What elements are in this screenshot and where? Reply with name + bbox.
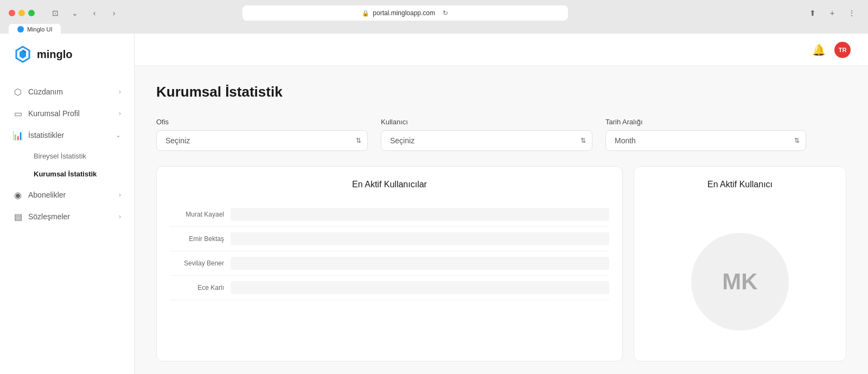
reload-icon[interactable]: ↻ [443, 9, 448, 17]
chevron-right-icon: › [119, 88, 121, 96]
close-button[interactable] [9, 10, 15, 16]
bar-track-3 [231, 257, 609, 270]
minimize-button[interactable] [18, 10, 25, 16]
sidebar-item-cuzdanim-label: Cüzdanım [28, 87, 63, 96]
table-row: Murat Kayael [170, 202, 609, 227]
bar-chart: Murat Kayael Emir Bektaş [170, 202, 609, 300]
tarih-select[interactable]: Month Week Year [605, 130, 806, 151]
sidebar-item-abonelikler-label: Abonelikler [28, 191, 66, 199]
sidebar-item-cuzdanim[interactable]: ⬡ Cüzdanım › [4, 81, 130, 102]
bar-label-3: Sevilay Bener [170, 259, 224, 267]
chevron-down-icon[interactable]: ⌄ [67, 7, 82, 19]
page-body: Kurumsal İstatistik Ofis Seçiniz ⇅ Kulla… [135, 66, 868, 374]
subscription-icon: ◉ [13, 190, 23, 200]
browser-nav: ⊡ ⌄ ‹ › [48, 7, 122, 19]
sidebar-item-kurumsal-label: Kurumsal Profil [28, 109, 80, 118]
kullanici-select[interactable]: Seçiniz [381, 130, 592, 151]
chevron-right-icon: › [119, 191, 121, 199]
fullscreen-button[interactable] [28, 10, 35, 16]
active-user-card: En Aktif Kullanıcı MK [634, 166, 846, 362]
traffic-lights [9, 10, 35, 16]
new-tab-icon[interactable]: + [825, 7, 840, 19]
sidebar-child-kurumsal[interactable]: Kurumsal İstatistik [27, 166, 125, 182]
sidebar-children-istatistikler: Bireysel İstatistik Kurumsal İstatistik [4, 147, 130, 183]
filter-row: Ofis Seçiniz ⇅ Kullanıcı Seçiniz [156, 118, 846, 151]
bar-label-2: Emir Bektaş [170, 235, 224, 243]
chevron-down-icon: ⌄ [116, 131, 121, 139]
tab-favicon [17, 26, 24, 33]
ofis-select[interactable]: Seçiniz [156, 130, 368, 151]
browser-tab-bar: Minglo UI [0, 24, 868, 35]
active-user-avatar: MK [691, 233, 789, 331]
header-bar: 🔔 TR [135, 34, 868, 66]
sidebar-item-sozlesmeler[interactable]: ▤ Sözleşmeler › [4, 206, 130, 227]
charts-row: En Aktif Kullanıcılar Murat Kayael Emir … [156, 166, 846, 362]
bar-label-4: Ece Karlı [170, 284, 224, 291]
address-bar[interactable]: 🔒 portal.mingloapp.com ↻ [242, 5, 568, 21]
bar-chart-title: En Aktif Kullanıcılar [170, 180, 609, 189]
sidebar-child-bireysel[interactable]: Bireysel İstatistik [27, 148, 125, 164]
sidebar-item-istatistikler-label: İstatistikler [28, 131, 64, 140]
active-user-content: MK [647, 202, 833, 331]
tarih-select-wrapper: Month Week Year ⇅ [605, 130, 806, 151]
ofis-label: Ofis [156, 118, 368, 126]
table-row: Ece Karlı [170, 276, 609, 300]
sidebar-item-abonelikler[interactable]: ◉ Abonelikler › [4, 185, 130, 205]
kullanici-label: Kullanıcı [381, 118, 592, 126]
kullanici-select-wrapper: Seçiniz ⇅ [381, 130, 592, 151]
wallet-icon: ⬡ [13, 87, 23, 97]
kullanici-filter-group: Kullanıcı Seçiniz ⇅ [381, 118, 592, 151]
bar-track-2 [231, 232, 609, 245]
sidebar-icon[interactable]: ⋮ [844, 7, 859, 19]
logo-text: minglo [37, 48, 73, 61]
share-icon[interactable]: ⬆ [805, 7, 820, 19]
bar-track-4 [231, 281, 609, 294]
sidebar-logo: minglo [0, 45, 134, 81]
app-layout: minglo ⬡ Cüzdanım › ▭ Kurumsal Profil › … [0, 34, 868, 374]
ofis-filter-group: Ofis Seçiniz ⇅ [156, 118, 368, 151]
sidebar-item-kurumsal-profil[interactable]: ▭ Kurumsal Profil › [4, 103, 130, 124]
active-user-title: En Aktif Kullanıcı [647, 180, 833, 189]
browser-chrome: ⊡ ⌄ ‹ › 🔒 portal.mingloapp.com ↻ ⬆ + ⋮ M… [0, 0, 868, 34]
avatar-initials: TR [839, 47, 847, 53]
sidebar-nav: ⬡ Cüzdanım › ▭ Kurumsal Profil › 📊 İstat… [0, 81, 134, 227]
kurumsal-label: Kurumsal İstatistik [34, 170, 97, 178]
ofis-select-wrapper: Seçiniz ⇅ [156, 130, 368, 151]
url-text: portal.mingloapp.com [373, 9, 435, 17]
notification-bell-icon[interactable]: 🔔 [812, 43, 826, 56]
sidebar: minglo ⬡ Cüzdanım › ▭ Kurumsal Profil › … [0, 34, 135, 374]
bar-chart-card: En Aktif Kullanıcılar Murat Kayael Emir … [156, 166, 623, 362]
window-layout-icon[interactable]: ⊡ [48, 7, 63, 19]
minglo-logo-icon [13, 45, 33, 64]
sidebar-item-sozlesmeler-label: Sözleşmeler [28, 212, 70, 221]
tarih-label: Tarih Aralığı [605, 118, 806, 126]
forward-icon[interactable]: › [106, 7, 122, 19]
chart-icon: 📊 [13, 130, 23, 140]
browser-toolbar-right: ⬆ + ⋮ [805, 7, 859, 19]
page-title: Kurumsal İstatistik [156, 84, 846, 100]
lock-icon: 🔒 [362, 10, 369, 17]
tab-label: Minglo UI [27, 26, 52, 33]
sidebar-item-istatistikler[interactable]: 📊 İstatistikler ⌄ [4, 125, 130, 145]
chevron-right-icon: › [119, 110, 121, 117]
avatar[interactable]: TR [834, 42, 851, 58]
table-row: Sevilay Bener [170, 251, 609, 276]
bar-track-1 [231, 208, 609, 221]
browser-tab[interactable]: Minglo UI [9, 24, 61, 35]
chevron-right-icon: › [119, 213, 121, 220]
contract-icon: ▤ [13, 212, 23, 221]
main-content: 🔔 TR Kurumsal İstatistik Ofis Seçiniz ⇅ [135, 34, 868, 374]
profile-icon: ▭ [13, 109, 23, 118]
table-row: Emir Bektaş [170, 227, 609, 251]
bireysel-label: Bireysel İstatistik [34, 152, 86, 160]
bar-label-1: Murat Kayael [170, 211, 224, 218]
active-user-initials: MK [722, 269, 757, 295]
back-icon[interactable]: ‹ [87, 7, 102, 19]
tarih-filter-group: Tarih Aralığı Month Week Year ⇅ [605, 118, 806, 151]
